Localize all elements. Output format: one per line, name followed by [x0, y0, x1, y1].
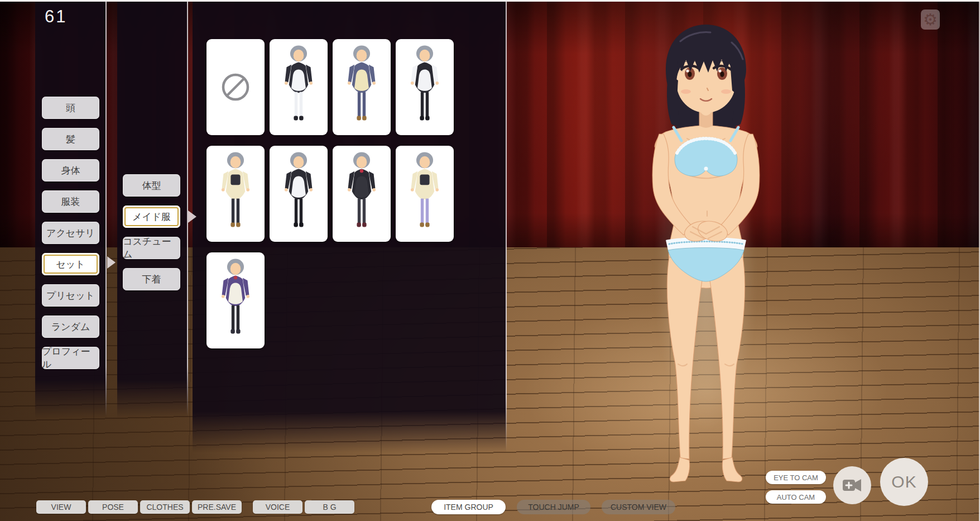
selected-subcategory-arrow-icon: [188, 211, 196, 223]
panel-divider-2: [187, 2, 188, 416]
grid-item-maid-classic-gloves[interactable]: [270, 146, 328, 242]
maid-outfit-thumbnail: [338, 43, 386, 131]
video-camera-plus-icon: [842, 478, 862, 493]
item-count-label: 61: [45, 7, 67, 27]
gear-icon: ⚙: [923, 12, 938, 28]
sidebar-item-profile[interactable]: プロフィール: [42, 347, 99, 369]
maid-outfit-thumbnail: [275, 43, 323, 131]
outfit-thumbnail-grid: [206, 39, 454, 348]
character-model: [622, 22, 790, 486]
grid-item-maid-purple[interactable]: [206, 252, 265, 348]
sidebar-item-body[interactable]: 身体: [42, 159, 99, 181]
maid-outfit-thumbnail: [401, 150, 449, 238]
clothes-button[interactable]: CLOTHES: [140, 500, 190, 514]
custom-view-button[interactable]: CUSTOM VIEW: [602, 500, 675, 514]
bottom-toolbar: VIEWPOSECLOTHESPRE.SAVEVOICEB GITEM GROU…: [36, 500, 675, 514]
maid-outfit-thumbnail: [401, 43, 449, 131]
ok-button[interactable]: OK: [880, 458, 928, 506]
eye-to-cam-button[interactable]: EYE TO CAM: [766, 471, 826, 484]
grid-item-maid-navy-cream[interactable]: [333, 39, 391, 135]
sidebar-item-set[interactable]: セット: [42, 253, 99, 275]
maid-outfit-thumbnail: [212, 150, 260, 238]
grid-item-maid-cream-striped[interactable]: [396, 146, 454, 242]
sidebar-item-preset[interactable]: プリセット: [42, 284, 99, 307]
bg-button[interactable]: B G: [305, 500, 354, 514]
sidebar-item-accessory[interactable]: アクセサリ: [42, 222, 99, 244]
touch-jump-button[interactable]: TOUCH JUMP: [517, 500, 590, 514]
character-creator-screen: 61 頭髪身体服装アクセサリセットプリセットランダムプロフィール 体型メイド服コ…: [0, 0, 980, 521]
sidebar-item-hair[interactable]: 髪: [42, 128, 99, 150]
panel-divider-1: [105, 2, 107, 416]
item-group-button[interactable]: ITEM GROUP: [431, 500, 506, 514]
subcategory-menu: 体型メイド服コスチューム下着: [123, 174, 180, 290]
sidebar-item-clothing[interactable]: 服装: [42, 190, 99, 213]
grid-item-none[interactable]: [206, 39, 265, 135]
view-button[interactable]: VIEW: [36, 500, 86, 514]
maid-outfit-thumbnail: [338, 150, 386, 238]
grid-item-maid-black-red[interactable]: [333, 146, 391, 242]
sidebar-item-random[interactable]: ランダム: [42, 316, 99, 338]
pre-save-button[interactable]: PRE.SAVE: [192, 500, 242, 514]
category-menu: 頭髪身体服装アクセサリセットプリセットランダムプロフィール: [42, 97, 99, 369]
maid-outfit-thumbnail: [275, 150, 323, 238]
subcategory-item-underwear[interactable]: 下着: [123, 268, 180, 290]
prohibited-icon: [219, 71, 252, 103]
sidebar-item-head[interactable]: 頭: [42, 97, 99, 119]
auto-cam-button[interactable]: AUTO CAM: [766, 490, 826, 504]
maid-outfit-thumbnail: [212, 256, 260, 345]
subcategory-item-body-type[interactable]: 体型: [123, 174, 180, 197]
grid-item-maid-black-short[interactable]: [396, 39, 454, 135]
subcategory-item-costume[interactable]: コスチューム: [123, 237, 180, 259]
panel-divider-3: [506, 2, 507, 451]
subcategory-item-maid-outfit[interactable]: メイド服: [123, 205, 180, 228]
voice-button[interactable]: VOICE: [253, 500, 302, 514]
grid-item-maid-cream-corset[interactable]: [206, 146, 265, 242]
grid-item-maid-classic-long[interactable]: [270, 39, 328, 135]
settings-button[interactable]: ⚙: [921, 9, 940, 30]
pose-button[interactable]: POSE: [88, 500, 138, 514]
capture-camera-button[interactable]: [833, 466, 871, 504]
window-top-edge: [0, 0, 980, 2]
selected-category-arrow-icon: [107, 256, 116, 269]
